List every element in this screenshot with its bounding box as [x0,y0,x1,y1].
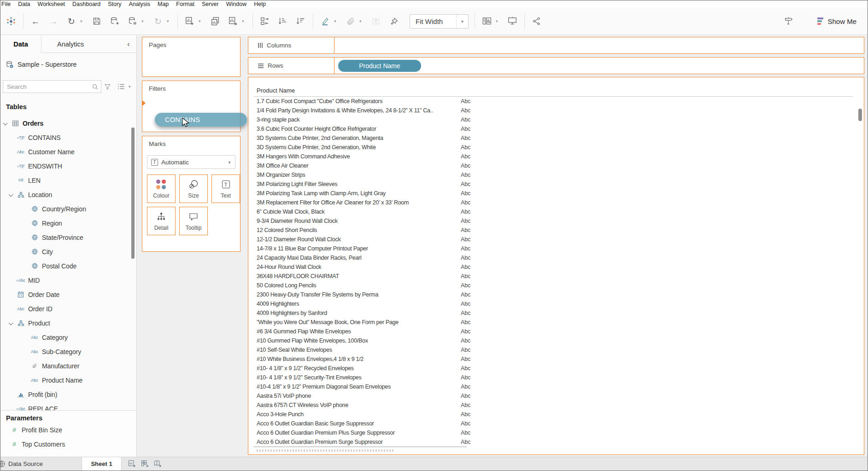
table-row[interactable]: 24 Capacity Maxi Data Binder Racks, Pear… [257,253,864,262]
table-row[interactable]: Acco 6 Outlet Guardian Premium Plus Surg… [257,428,864,437]
tab-sheet1[interactable]: Sheet 1 [82,457,122,471]
cards-caret-icon[interactable]: ▾ [496,19,500,23]
menu-item[interactable]: Window [226,1,246,7]
table-row[interactable]: 12-1/2 Diameter Round Wall Clock Abc [257,235,864,244]
new-dashboard-tab-icon[interactable] [138,457,151,471]
table-row[interactable]: Acco 6 Outlet Guardian Premium Surge Sup… [257,437,864,447]
chevron-down-icon[interactable] [8,192,14,198]
table-row[interactable]: #10 Self-Seal White Envelopes Abc [257,345,864,355]
field-row[interactable]: Abc =Abc =T|F =# Order ID [0,302,136,316]
collapse-pane-icon[interactable]: ‹ [124,39,133,49]
field-row[interactable]: Abc =Abc =T|F =# MID [0,273,136,287]
group-caret-icon[interactable]: ▾ [359,19,364,23]
sidebar-scrollbar-thumb[interactable] [131,128,135,259]
sort-descending-icon[interactable] [295,15,307,27]
table-row[interactable]: Aastra 6757i CT Wireless VoIP phone Abc [257,401,864,410]
table-row[interactable]: 3M Hangers With Command Adhesive Abc [257,152,864,161]
field-row[interactable]: Abc =Abc =T|F =# Manufacturer [0,359,136,373]
table-row[interactable]: Acco 3-Hole Punch Abc [257,410,864,419]
field-row[interactable]: Abc =Abc =T|F =# Customer Name [0,145,136,159]
table-row[interactable]: 6” Cubicle Wall Clock, Black Abc [257,207,864,216]
table-row[interactable]: 36X48 HARDFLOOR CHAIRMAT Abc [257,272,864,281]
fit-selector[interactable]: Fit Width ▾ [410,14,469,29]
menu-item[interactable]: Format [176,1,194,7]
show-hide-cards-icon[interactable] [481,15,493,27]
field-row[interactable]: Abc =Abc =T|F =# Product Name [0,373,136,387]
menu-item[interactable]: Help [254,1,266,7]
field-row[interactable]: Abc =Abc =T|F =# ENDSWITH [0,159,136,173]
view-scrollbar-thumb[interactable] [858,109,862,121]
run-update-icon[interactable]: ↻ [152,15,164,27]
menu-item[interactable]: Data [18,1,30,7]
datasource-item[interactable]: Sample - Superstore [0,53,136,76]
field-row[interactable]: Abc =Abc =T|F =# Sub-Category [0,344,136,359]
table-row[interactable]: 3-ring staple pack Abc [257,115,864,124]
field-row[interactable]: Abc =Abc =T|F =# Product [0,316,136,330]
table-row[interactable]: #10- 4 1/8” x 9 1/2” Recycled Envelopes … [257,364,864,373]
table-row[interactable]: 50 Colored Long Pencils Abc [257,281,864,290]
pause-auto-updates-icon[interactable] [127,15,139,27]
table-row[interactable]: #6 3/4 Gummed Flap White Envelopes Abc [257,327,864,336]
field-row[interactable]: Abc =Abc =T|F =# Country/Region [0,202,136,216]
update-caret-icon[interactable]: ▾ [167,19,171,23]
table-row[interactable]: 3D Systems Cube Printer, 2nd Generation,… [257,134,864,143]
marks-button[interactable]: T Detail [147,207,176,235]
mark-type-dropdown[interactable]: T Automatic ▾ [147,155,235,169]
menu-item[interactable]: Story [108,1,121,7]
table-row[interactable]: 12 Colored Short Pencils Abc [257,226,864,235]
dragged-field-pill[interactable]: CONTAINS [155,113,247,127]
marks-button[interactable]: T Tooltip [179,207,208,235]
table-row[interactable]: 24-Hour Round Wall Clock Abc [257,262,864,272]
table-row[interactable]: 4009 Highlighters Abc [257,299,864,308]
undo-icon[interactable]: ← [29,15,41,27]
fit-caret-icon[interactable]: ▾ [456,15,468,28]
tooltip-signpost-icon[interactable] [783,15,795,27]
field-row[interactable]: Abc =Abc =T|F =# Category [0,330,136,344]
table-row[interactable]: Aastra 57i VoIP phone Abc [257,391,864,401]
field-row[interactable]: Abc =Abc =T|F =# Region [0,216,136,230]
replay-icon[interactable]: ↻ [65,15,77,27]
table-row[interactable]: 3.6 Cubic Foot Counter Height Office Ref… [257,124,864,134]
table-row[interactable]: 9-3/4 Diameter Round Wall Clock Abc [257,216,864,226]
view-options-icon[interactable] [117,83,125,90]
table-row[interactable]: 4009 Highlighters by Sanford Abc [257,308,864,318]
field-row[interactable]: Abc =Abc =T|F =# Postal Code [0,259,136,273]
view-options-caret-icon[interactable]: ▾ [129,84,133,89]
save-icon[interactable] [91,15,103,27]
sort-ascending-icon[interactable] [277,15,289,27]
new-worksheet-icon[interactable] [184,15,196,27]
pages-shelf[interactable]: Pages [142,37,240,77]
table-row[interactable]: #10- 4 1/8” x 9 1/2” Security-Tint Envel… [257,373,864,382]
tableau-logo-icon[interactable] [5,15,17,27]
menu-item[interactable]: Analysis [129,1,150,7]
table-row[interactable]: 3M Polarizing Task Lamp with Clamp Arm, … [257,189,864,198]
table-row[interactable]: Acco 6 Outlet Guardian Basic Surge Suppr… [257,419,864,428]
text-label-icon[interactable] [370,15,382,27]
chevron-down-icon[interactable] [8,320,14,326]
rows-shelf-area[interactable]: Product Name [334,57,864,74]
rows-field-pill[interactable]: Product Name [338,60,421,72]
table-row[interactable]: #10 Gummed Flap White Envelopes, 100/Box… [257,336,864,345]
field-row[interactable]: Abc =Abc =T|F =# City [0,244,136,259]
tab-analytics[interactable]: Analytics [41,35,136,53]
table-row[interactable]: 3M Organizer Strips Abc [257,170,864,180]
field-row[interactable]: Abc =Abc =T|F =# Order Date [0,287,136,302]
menu-item[interactable]: Map [158,1,169,7]
new-worksheet-tab-icon[interactable] [125,457,138,471]
redo-icon[interactable]: → [47,15,59,27]
field-row[interactable]: Abc =Abc =T|F =# Location [0,187,136,202]
clear-sheet-icon[interactable] [227,15,239,27]
highlight-caret-icon[interactable]: ▾ [334,19,339,23]
table-row[interactable]: #10-4 1/8” x 9 1/2” Premium Diagonal Sea… [257,382,864,391]
field-row[interactable]: Abc =Abc =T|F =# CONTAINS [0,130,136,145]
replay-caret-icon[interactable]: ▾ [80,19,85,23]
table-row[interactable]: 3M Polarizing Light Filter Sleeves Abc [257,180,864,189]
columns-shelf-area[interactable] [334,37,864,54]
new-data-source-icon[interactable] [109,15,121,27]
clear-caret-icon[interactable]: ▾ [242,19,246,23]
menu-item[interactable]: File [1,1,11,7]
table-row[interactable]: 2300 Heavy-Duty Transfer File Systems by… [257,290,864,299]
show-me-button[interactable]: Show Me [817,17,856,25]
field-row[interactable]: Abc =Abc =T|F =# State/Province [0,230,136,244]
marks-button[interactable]: T Size [179,174,208,203]
